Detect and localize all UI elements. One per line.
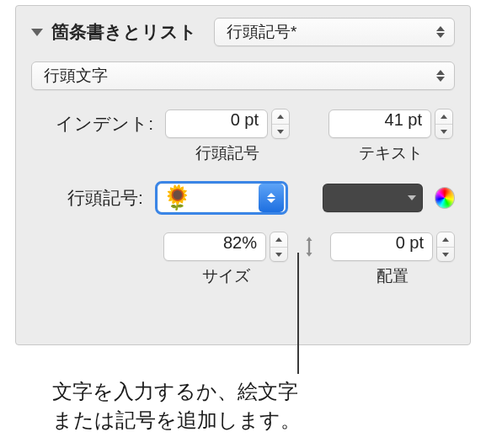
popup-arrows-icon: [435, 68, 446, 83]
align-group: 0 pt 配置: [330, 232, 455, 287]
list-style-popup[interactable]: 行頭記号*: [214, 18, 455, 46]
section-header: 箇条書きとリスト 行頭記号*: [31, 18, 455, 46]
popup-arrows-icon: [259, 184, 284, 212]
size-input[interactable]: 82%: [163, 232, 266, 261]
bullet-color-well[interactable]: [323, 184, 423, 212]
indent-row: インデント: 0 pt 行頭記号 41 pt テキスト: [31, 109, 455, 164]
size-stepper[interactable]: [270, 232, 288, 262]
size-group: 82% サイズ: [163, 232, 288, 287]
align-sublabel: 配置: [377, 265, 409, 287]
stepper-down-icon[interactable]: [272, 124, 289, 138]
popup-arrows-icon: [435, 24, 446, 40]
disclosure-triangle-icon[interactable]: [31, 29, 43, 36]
stepper-down-icon[interactable]: [435, 124, 452, 138]
align-spinbox: 0 pt: [330, 232, 455, 262]
section-title: 箇条書きとリスト: [51, 20, 197, 44]
bullet-indent-sublabel: 行頭記号: [195, 142, 259, 164]
list-style-value: 行頭記号*: [227, 21, 429, 43]
bullet-type-popup[interactable]: 行頭文字: [31, 61, 455, 90]
bullet-type-value: 行頭文字: [44, 65, 429, 87]
stepper-down-icon[interactable]: [437, 247, 454, 261]
text-indent-group: 41 pt テキスト: [328, 109, 453, 164]
callout-line1: 文字を入力するか、絵文字: [52, 380, 298, 403]
callout-line2: または記号を追加します。: [52, 408, 301, 431]
callout-leader-line: [297, 253, 299, 374]
align-stepper[interactable]: [436, 232, 455, 262]
bullet-indent-stepper[interactable]: [271, 109, 290, 139]
text-indent-stepper[interactable]: [435, 109, 453, 139]
color-wheel-button[interactable]: [435, 187, 455, 209]
size-sublabel: サイズ: [202, 265, 250, 287]
indent-label: インデント:: [31, 109, 153, 136]
chevron-down-icon: [408, 195, 416, 200]
bullet-indent-spinbox: 0 pt: [165, 109, 290, 139]
align-vertical-icon: [300, 235, 318, 259]
bullet-indent-group: 0 pt 行頭記号: [165, 109, 290, 164]
spacer: [31, 232, 152, 235]
bullet-indent-input[interactable]: 0 pt: [165, 109, 268, 138]
stepper-up-icon[interactable]: [435, 109, 452, 124]
bullet-picker-label: 行頭記号:: [31, 186, 143, 210]
stepper-down-icon[interactable]: [270, 247, 287, 261]
bullet-glyph-popup[interactable]: 🌻: [155, 181, 288, 215]
bullets-lists-panel: 箇条書きとリスト 行頭記号* 行頭文字 インデント: 0 pt 行頭記号 41 …: [15, 5, 471, 345]
text-indent-input[interactable]: 41 pt: [328, 109, 431, 138]
callout-text: 文字を入力するか、絵文字 または記号を追加します。: [52, 377, 301, 434]
bullet-glyph-icon: 🌻: [163, 186, 192, 210]
stepper-up-icon[interactable]: [437, 232, 454, 247]
text-indent-sublabel: テキスト: [359, 142, 423, 164]
text-indent-spinbox: 41 pt: [328, 109, 453, 139]
stepper-up-icon[interactable]: [270, 232, 287, 247]
stepper-up-icon[interactable]: [272, 109, 289, 124]
align-input[interactable]: 0 pt: [330, 232, 433, 261]
size-spinbox: 82%: [163, 232, 288, 262]
bullet-picker-row: 行頭記号: 🌻: [31, 181, 455, 215]
size-align-row: 82% サイズ 0 pt 配置: [31, 232, 455, 287]
